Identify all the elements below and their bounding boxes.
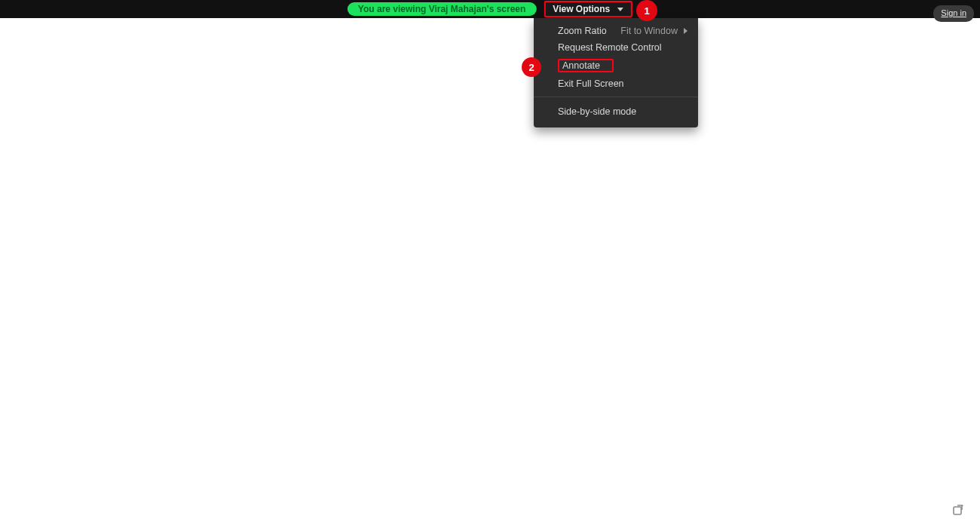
banner-group: You are viewing Viraj Mahajan's screen V… xyxy=(348,1,632,17)
menu-item-request-remote[interactable]: Request Remote Control xyxy=(534,39,698,56)
top-bar: You are viewing Viraj Mahajan's screen V… xyxy=(0,0,980,18)
menu-item-label: Request Remote Control xyxy=(558,42,662,53)
new-window-icon[interactable] xyxy=(953,504,965,516)
view-options-dropdown: Zoom Ratio Fit to Window Request Remote … xyxy=(534,18,698,127)
view-options-button[interactable]: View Options xyxy=(544,1,632,17)
sign-in-button[interactable]: Sign in xyxy=(933,5,974,22)
menu-item-value-group: Fit to Window xyxy=(620,26,688,36)
zoom-ratio-value: Fit to Window xyxy=(620,26,678,36)
menu-item-zoom-ratio[interactable]: Zoom Ratio Fit to Window xyxy=(534,23,698,39)
chevron-right-icon xyxy=(684,28,688,34)
chevron-down-icon xyxy=(617,8,623,11)
menu-item-label: Exit Full Screen xyxy=(558,78,624,89)
menu-item-annotate[interactable]: Annotate xyxy=(534,56,698,75)
svg-rect-0 xyxy=(954,507,961,514)
annotation-badge-2: 2 xyxy=(522,57,541,77)
menu-item-label: Annotate xyxy=(562,60,600,71)
menu-item-label: Zoom Ratio xyxy=(558,26,607,36)
menu-item-label: Side-by-side mode xyxy=(558,106,636,117)
sharing-banner: You are viewing Viraj Mahajan's screen xyxy=(348,2,537,16)
menu-item-side-by-side[interactable]: Side-by-side mode xyxy=(534,103,698,120)
view-options-label: View Options xyxy=(553,4,610,14)
menu-item-exit-fullscreen[interactable]: Exit Full Screen xyxy=(534,75,698,92)
annotate-highlight-box: Annotate xyxy=(558,59,614,72)
annotation-badge-1: 1 xyxy=(636,0,657,21)
